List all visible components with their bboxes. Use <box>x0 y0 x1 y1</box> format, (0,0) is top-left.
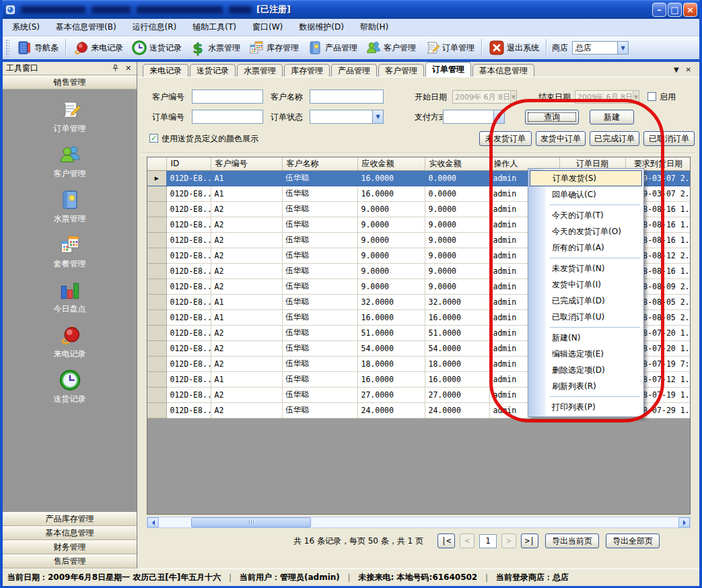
context-menu-item-receipt-confirm[interactable]: 回单确认(C) <box>530 186 642 203</box>
context-menu-item-completed-orders[interactable]: 已完成订单(D) <box>530 293 642 309</box>
context-menu-item-all-orders[interactable]: 所有的订单(A) <box>530 240 642 256</box>
tab-overflow-icon[interactable]: ▼ <box>674 66 679 73</box>
menubar-item-run-info[interactable]: 运行信息(R) <box>133 22 177 33</box>
context-menu-item-refresh-list[interactable]: 刷新列表(R) <box>530 378 642 394</box>
row-selector[interactable] <box>147 294 166 309</box>
context-menu-item-edit-selected[interactable]: 编辑选定项(E) <box>530 346 642 362</box>
sidebar-group-basic-info[interactable]: 基本信息管理 <box>3 526 137 540</box>
prev-page-button[interactable]: < <box>460 534 475 548</box>
toolbar-button-order[interactable]: 订单管理 <box>420 38 479 57</box>
sidebar-item-delivery-records[interactable]: 送货记录 <box>54 369 86 405</box>
row-selector[interactable] <box>147 248 166 263</box>
pay-method-select[interactable]: ▼ <box>443 110 505 124</box>
delivery-color-checkbox[interactable]: ✓ <box>149 134 158 143</box>
context-menu-item-new[interactable]: 新建(N) <box>530 330 642 346</box>
menubar-item-data-maintenance[interactable]: 数据维护(D) <box>299 22 344 33</box>
menubar-item-help[interactable]: 帮助(H) <box>360 22 388 33</box>
column-header-5[interactable]: 实收金额 <box>425 157 489 170</box>
scroll-left-arrow-icon[interactable] <box>147 517 159 527</box>
close-button[interactable]: × <box>683 3 697 17</box>
first-page-button[interactable]: |< <box>437 534 455 548</box>
context-menu-item-cancelled-orders[interactable]: 已取消订单(U) <box>530 309 642 325</box>
row-selector[interactable] <box>147 279 166 294</box>
tab-delivery-records[interactable]: 送货记录 <box>190 64 236 77</box>
row-selector[interactable] <box>147 263 166 279</box>
toolbar-button-inventory[interactable]: 库存管理 <box>244 38 303 57</box>
next-page-button[interactable]: > <box>501 534 516 548</box>
scrollbar-thumb[interactable] <box>191 517 311 527</box>
enable-dates-checkbox[interactable] <box>647 92 656 101</box>
row-selector[interactable] <box>147 217 166 232</box>
order-no-input[interactable] <box>192 110 263 124</box>
sidebar-item-package[interactable]: 套餐管理 <box>54 233 86 270</box>
tab-order[interactable]: 订单管理 <box>425 62 471 77</box>
cancelled-orders-filter-button[interactable]: 已取消订单 <box>643 131 695 146</box>
column-header-2[interactable]: 客户编号 <box>211 157 282 170</box>
sidebar-item-water-ticket[interactable]: 水票管理 <box>54 188 86 225</box>
tab-close-icon[interactable]: ✕ <box>686 66 691 73</box>
row-selector[interactable] <box>147 325 166 340</box>
pin-icon[interactable] <box>110 63 120 73</box>
sidebar-group-finance[interactable]: 财务管理 <box>3 540 137 554</box>
context-menu-item-unshipped-orders[interactable]: 未发货订单(N) <box>530 260 642 277</box>
sidebar-group-product-inventory[interactable]: 产品库存管理 <box>3 512 137 526</box>
sidebar-item-call-records[interactable]: 来电记录 <box>54 324 86 360</box>
unshipped-orders-filter-button[interactable]: 未发货订单 <box>479 131 532 146</box>
sidebar-item-customer[interactable]: 客户管理 <box>54 143 86 180</box>
tab-customer[interactable]: 客户管理 <box>378 64 424 77</box>
sidebar-item-today-inventory[interactable]: 今日盘点 <box>54 279 86 315</box>
column-header-1[interactable]: ID <box>166 157 211 170</box>
row-selector[interactable] <box>147 186 166 201</box>
toolbar-button-product[interactable]: 产品管理 <box>303 38 361 57</box>
scroll-right-arrow-icon[interactable] <box>678 517 690 527</box>
row-selector[interactable]: ▶ <box>147 170 166 186</box>
tab-basic-info[interactable]: 基本信息管理 <box>472 64 534 77</box>
minimize-button[interactable]: – <box>652 3 666 17</box>
query-button[interactable]: 查询 <box>525 110 579 124</box>
tab-inventory[interactable]: 库存管理 <box>284 64 330 77</box>
maximize-button[interactable]: □ <box>668 3 682 17</box>
menubar-item-basic-info[interactable]: 基本信息管理(B) <box>56 22 116 33</box>
tab-product[interactable]: 产品管理 <box>331 64 377 77</box>
new-button[interactable]: 新建 <box>590 110 634 124</box>
toolbar-button-exit-system[interactable]: 退出系统 <box>485 38 543 57</box>
row-selector[interactable] <box>147 232 166 248</box>
menubar-item-system[interactable]: 系统(S) <box>12 22 40 33</box>
row-selector[interactable] <box>147 371 166 387</box>
sidebar-group-sales[interactable]: 销售管理 <box>3 75 137 89</box>
customer-no-input[interactable] <box>192 89 263 104</box>
row-selector[interactable] <box>147 309 166 325</box>
row-selector[interactable] <box>147 402 166 418</box>
row-selector[interactable] <box>147 340 166 356</box>
tab-call-records[interactable]: 来电记录 <box>143 64 188 77</box>
menubar-item-aux-tools[interactable]: 辅助工具(T) <box>192 22 236 33</box>
customer-name-input[interactable] <box>310 89 384 104</box>
shipping-orders-filter-button[interactable]: 发货中订单 <box>536 131 586 146</box>
order-status-select[interactable]: ▼ <box>310 110 384 124</box>
context-menu-item-shipping-orders[interactable]: 发货中订单(I) <box>530 277 642 293</box>
sidebar-group-after-sales[interactable]: 售后管理 <box>3 554 137 568</box>
last-page-button[interactable]: >| <box>521 534 538 548</box>
export-all-pages-button[interactable]: 导出全部页 <box>606 534 660 548</box>
menubar-item-window[interactable]: 窗口(W) <box>252 22 283 33</box>
toolbar-button-nav-bar[interactable]: 导航条 <box>12 38 63 57</box>
start-date-picker[interactable]: 2009年 6月 8日 ▼ <box>452 90 517 104</box>
context-menu-item-print-list[interactable]: 打印列表(P) <box>530 399 642 415</box>
column-header[interactable] <box>147 157 166 170</box>
column-header-3[interactable]: 客户名称 <box>282 157 357 170</box>
end-date-picker[interactable]: 2009年 6月 8日 ▼ <box>575 90 639 104</box>
export-current-page-button[interactable]: 导出当前页 <box>545 534 599 548</box>
context-menu-item-ship-order[interactable]: 订单发货(S) <box>530 170 642 186</box>
toolbar-button-call-records[interactable]: 来电记录 <box>69 38 127 57</box>
tool-window-close-icon[interactable]: ✕ <box>123 63 133 73</box>
toolbar-button-delivery-records[interactable]: 送货记录 <box>127 38 186 57</box>
column-header-4[interactable]: 应收金额 <box>357 157 425 170</box>
tab-water-ticket[interactable]: 水票管理 <box>237 64 283 77</box>
toolbar-button-water-ticket[interactable]: $水票管理 <box>186 38 244 57</box>
row-selector[interactable] <box>147 387 166 402</box>
toolbar-button-customer[interactable]: 客户管理 <box>361 38 420 57</box>
context-menu-item-delete-selected[interactable]: 删除选定项(D) <box>530 362 642 378</box>
shop-select[interactable]: 总店▼ <box>572 41 629 54</box>
completed-orders-filter-button[interactable]: 已完成订单 <box>590 131 639 146</box>
context-menu-item-today-orders[interactable]: 今天的订单(T) <box>530 207 642 223</box>
